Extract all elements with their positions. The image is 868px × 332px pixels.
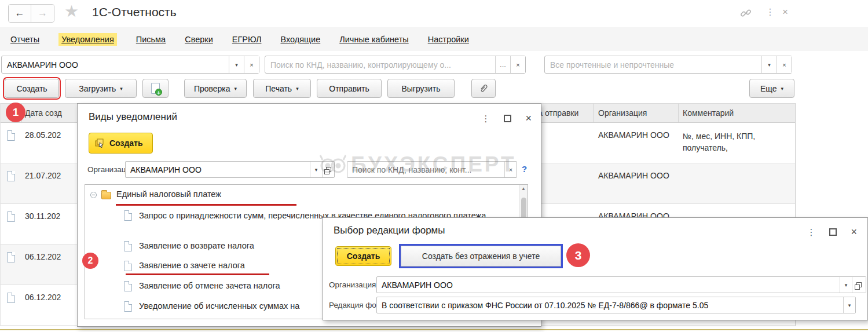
tab-otchety[interactable]: Отчеты [10,35,39,44]
page-title: 1С-Отчетность [92,5,177,19]
tab-egrul[interactable]: ЕГРЮЛ [232,35,262,44]
attachment-button[interactable] [471,79,496,98]
cell-comment: №, мес, ИНН, КПП, получатель, [683,130,759,154]
document-icon [7,252,15,262]
open-icon[interactable] [322,162,334,177]
organization-input[interactable] [126,162,310,177]
col-header-organization[interactable]: Организация [598,108,647,118]
window-menu-icon[interactable]: ⋮ [766,6,775,17]
read-state-input[interactable] [545,56,761,73]
tree-item-otmena-zacheta[interactable]: Заявление об отмене зачета налога [139,281,280,290]
chevron-down-icon[interactable]: ▾ [310,162,322,177]
chevron-down-icon[interactable]: ▾ [840,277,852,293]
organization-filter-value[interactable]: АКВАМАРИН ООО [2,56,229,73]
annotation-underline-folder [116,204,296,206]
document-icon [7,211,15,222]
more-button[interactable]: Еще ▾ [749,79,794,98]
annotation-underline-zachet [126,273,269,275]
link-icon[interactable] [739,8,752,19]
clear-icon[interactable]: × [504,162,517,177]
create-button[interactable]: Создать [5,79,59,98]
document-icon [124,281,132,291]
chevron-down-icon[interactable]: ▾ [843,297,855,313]
forward-button[interactable]: → [31,5,54,22]
check-button[interactable]: Проверка ▾ [184,79,247,98]
dialog-maximize-icon[interactable] [829,228,837,236]
form-edition-input[interactable] [377,297,843,313]
load-button[interactable]: Загрузить ▾ [65,79,137,98]
window-close-icon[interactable]: × [782,6,788,18]
export-button-label: Выгрузить [401,84,440,93]
favorite-star-icon[interactable]: ★ [64,2,79,21]
tab-uvedomleniya[interactable]: Уведомления [58,33,117,46]
organization-label: Организация: [329,280,378,289]
tab-sverki[interactable]: Сверки [185,35,213,44]
cell-date: 06.12.202 [25,252,61,261]
dialog-menu-icon[interactable]: ⋮ [481,114,490,124]
form-edition-combo: ▾ [376,297,856,313]
new-document-button[interactable] [142,79,169,98]
clear-icon[interactable]: × [510,56,525,73]
chevron-down-icon: ▾ [781,86,783,92]
open-icon[interactable] [852,277,866,293]
tab-vhodyashchie[interactable]: Входящие [280,35,320,44]
cell-date: 30.11.202 [25,211,60,221]
annotation-step-2: 2 [82,253,98,269]
bottom-divider [0,329,868,330]
clear-icon[interactable]: × [777,56,792,73]
create-notification-button[interactable]: Создать [89,133,153,154]
tree-item-ischislennye-summy[interactable]: Уведомление об исчисленных суммах на [139,301,299,311]
folder-icon [101,192,111,199]
document-icon [124,261,132,271]
cell-date: 21.07.202 [25,171,61,180]
more-options-icon[interactable]: ... [495,56,510,73]
tab-lichnye-kabinety[interactable]: Личные кабинеты [339,35,408,44]
app-window: ← → ★ 1С-Отчетность ⋮ × Отчеты Уведомлен… [0,0,868,332]
document-icon [124,301,132,312]
document-icon [7,130,15,141]
back-button[interactable]: ← [9,5,31,22]
collapse-icon[interactable] [90,192,97,198]
check-button-label: Проверка [194,84,230,93]
tree-item-vozvrat-naloga[interactable]: Заявление о возврате налога [139,241,254,250]
chevron-down-icon: ▾ [120,86,123,92]
create-without-accounting-button[interactable]: Создать без отражения в учете [401,246,561,267]
load-button-label: Загрузить [79,84,116,93]
col-header-date-created[interactable]: Дата созд [25,108,62,118]
section-tabs: Отчеты Уведомления Письма Сверки ЕГРЮЛ В… [0,27,868,51]
scroll-up-icon[interactable]: ▲ [519,186,528,191]
document-icon [124,210,132,221]
chevron-down-icon: ▾ [296,86,299,92]
dialog-close-icon[interactable]: × [851,226,857,238]
chevron-down-icon[interactable]: ▾ [229,56,244,73]
read-state-filter: ▾ × [544,56,792,74]
cell-organization: АКВАМАРИН ООО [598,171,669,180]
help-link[interactable]: ? [522,164,527,174]
cell-date: 28.05.202 [25,130,61,140]
dialog-maximize-icon[interactable] [504,115,511,122]
organization-combo: ▾ [125,161,335,178]
export-button[interactable]: Выгрузить [387,79,455,98]
clear-icon[interactable]: × [244,56,259,73]
print-button[interactable]: Печать ▾ [253,79,311,98]
tree-folder-enp[interactable]: Единый налоговый платеж [116,189,221,199]
dialog-close-icon[interactable]: × [525,112,532,125]
tab-pisma[interactable]: Письма [136,35,166,44]
col-header-comment[interactable]: Комментарий [683,108,734,118]
send-button[interactable]: Отправить [317,79,382,98]
search-input[interactable] [265,56,495,73]
document-icon [7,171,15,181]
tab-nastroyki[interactable]: Настройки [428,35,469,44]
search-filter: ... × [265,56,526,74]
create-form-label: Создать [347,251,380,261]
print-button-label: Печать [265,84,292,93]
more-button-label: Еще [760,84,777,93]
create-button-label: Создать [16,84,47,93]
create-form-button[interactable]: Создать [335,246,391,266]
dialog-menu-icon[interactable]: ⋮ [807,227,815,238]
cell-date: 06.12.202 [25,293,61,302]
organization-input[interactable] [377,277,840,293]
tree-item-zachet-naloga[interactable]: Заявление о зачете налога [139,261,245,270]
chevron-down-icon[interactable]: ▾ [761,56,777,73]
type-search-input[interactable] [347,162,504,177]
